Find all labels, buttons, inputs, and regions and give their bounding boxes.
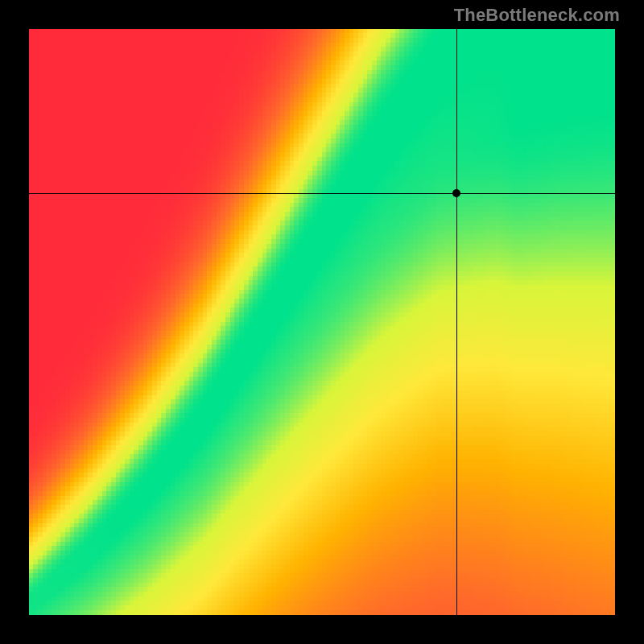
heatmap-plot — [29, 29, 615, 615]
chart-frame: TheBottleneck.com — [0, 0, 644, 644]
watermark-text: TheBottleneck.com — [454, 5, 620, 26]
heatmap-canvas — [29, 29, 615, 615]
